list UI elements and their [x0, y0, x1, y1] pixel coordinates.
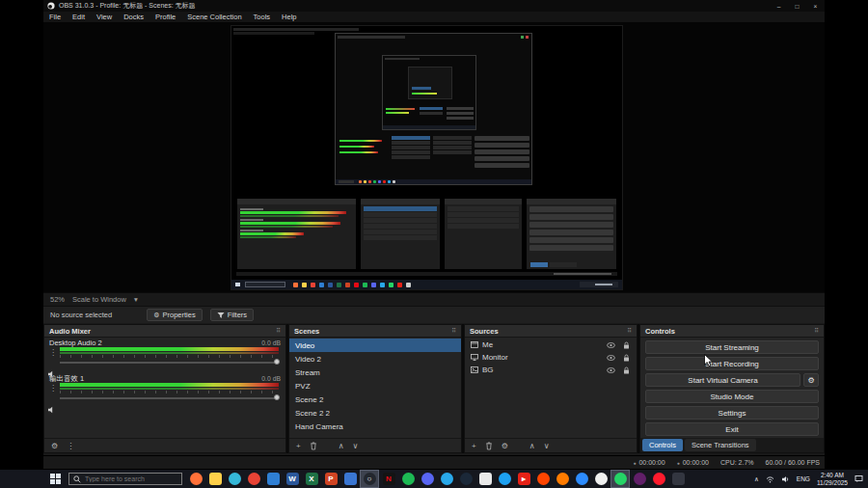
mixer-settings-icon[interactable]: ⚙: [51, 442, 58, 450]
remove-scene-icon[interactable]: [310, 442, 317, 450]
move-scene-down-icon[interactable]: ∨: [353, 442, 359, 450]
taskbar-app-file-explorer-icon[interactable]: [205, 470, 225, 488]
studio-mode-button[interactable]: Studio Mode: [645, 390, 819, 403]
dock-handle-icon[interactable]: ⠿: [814, 327, 819, 335]
exit-button[interactable]: Exit: [645, 422, 819, 436]
start-streaming-button[interactable]: Start Streaming: [645, 340, 819, 354]
source-properties-icon[interactable]: ⚙: [502, 442, 508, 450]
close-button[interactable]: ×: [806, 0, 825, 12]
volume-slider[interactable]: [60, 394, 279, 402]
clock[interactable]: 2:40 AM 11/29/2025: [817, 472, 848, 487]
taskbar-app-netflix-icon[interactable]: N: [379, 470, 398, 488]
taskbar-app-excel-icon[interactable]: X: [302, 470, 321, 488]
menu-scene-collection[interactable]: Scene Collection: [181, 12, 247, 22]
taskbar-app-spotify-icon[interactable]: [398, 470, 418, 488]
visibility-eye-icon[interactable]: [607, 355, 615, 361]
taskbar-app-edge-icon[interactable]: [225, 470, 244, 488]
scene-item[interactable]: Video 2: [289, 352, 461, 366]
menu-edit[interactable]: Edit: [67, 12, 91, 22]
settings-button[interactable]: Settings: [645, 406, 819, 420]
start-button[interactable]: [44, 470, 66, 488]
lock-icon[interactable]: [622, 366, 631, 374]
visibility-eye-icon[interactable]: [607, 342, 615, 348]
source-item[interactable]: BG: [465, 364, 637, 376]
tray-chevron-icon[interactable]: ∧: [754, 475, 759, 483]
volume-slider-handle[interactable]: [274, 359, 280, 365]
taskbar-app-obs-icon[interactable]: ○: [360, 470, 379, 488]
wifi-icon[interactable]: [766, 475, 774, 483]
volume-slider[interactable]: [60, 359, 279, 366]
menu-tools[interactable]: Tools: [248, 12, 277, 22]
taskbar-app-youtube-icon[interactable]: ▸: [514, 470, 533, 488]
lock-icon[interactable]: [622, 341, 631, 349]
start-recording-button[interactable]: Start Recording: [645, 357, 819, 370]
taskbar-search[interactable]: [68, 473, 182, 485]
scene-item[interactable]: Video: [289, 339, 461, 352]
taskbar-app-twitter-icon[interactable]: [495, 470, 514, 488]
maximize-button[interactable]: □: [788, 0, 806, 12]
remove-source-icon[interactable]: [485, 442, 493, 450]
minimize-button[interactable]: –: [770, 0, 788, 12]
move-source-up-icon[interactable]: ∧: [529, 442, 535, 450]
source-item[interactable]: Me: [465, 339, 637, 351]
taskbar-app-steam-icon[interactable]: [456, 470, 475, 488]
taskbar-app-chrome-icon[interactable]: [244, 470, 263, 488]
taskbar-app-reddit-icon[interactable]: [533, 470, 553, 488]
scene-item[interactable]: Hand Camera: [289, 420, 461, 433]
preview-display-capture[interactable]: [231, 26, 622, 289]
scene-item[interactable]: Scene 2 2: [289, 406, 461, 420]
taskbar-app-notepad-icon[interactable]: [475, 470, 495, 488]
taskbar-app-word-icon[interactable]: W: [283, 470, 302, 488]
preview-zoom-row: 52% Scale to Window ▾: [43, 292, 825, 306]
lock-icon[interactable]: [622, 354, 631, 362]
taskbar-app-powerpoint-icon[interactable]: P: [321, 470, 340, 488]
taskbar-app-zoom-icon[interactable]: [572, 470, 591, 488]
taskbar-app-opera-icon[interactable]: [649, 470, 668, 488]
scene-item[interactable]: Stream: [289, 366, 461, 379]
action-center-icon[interactable]: [854, 474, 863, 483]
taskbar-app-github-icon[interactable]: [591, 470, 610, 488]
start-virtual-camera-button[interactable]: Start Virtual Camera: [645, 373, 800, 387]
menu-docks[interactable]: Docks: [118, 12, 149, 22]
source-item[interactable]: Monitor: [465, 351, 637, 364]
speaker-icon[interactable]: [47, 400, 56, 418]
taskbar-app-photos-icon[interactable]: [340, 470, 360, 488]
language-indicator[interactable]: ENG: [797, 475, 810, 482]
dock-handle-icon[interactable]: ⠿: [627, 327, 632, 335]
menu-file[interactable]: File: [43, 12, 67, 22]
taskbar-app-firefox-icon[interactable]: [186, 470, 205, 488]
volume-icon[interactable]: [781, 475, 790, 483]
add-source-icon[interactable]: +: [472, 442, 476, 450]
tab-controls[interactable]: Controls: [642, 439, 683, 451]
channel-menu-icon[interactable]: ⋮: [49, 350, 57, 356]
dock-handle-icon[interactable]: ⠿: [451, 327, 456, 335]
mixer-menu-icon[interactable]: ⋮: [67, 442, 74, 450]
virtual-camera-settings-button[interactable]: ⚙: [803, 373, 819, 387]
taskbar-app-epic-icon[interactable]: [668, 470, 688, 488]
filters-button[interactable]: Filters: [210, 309, 254, 321]
scene-item[interactable]: Scene 2: [289, 393, 461, 406]
taskbar-app-slack-icon[interactable]: [630, 470, 649, 488]
menu-view[interactable]: View: [91, 12, 118, 22]
properties-label: Properties: [162, 311, 195, 319]
taskbar-app-vlc-icon[interactable]: [553, 470, 572, 488]
scene-item[interactable]: PVZ: [289, 379, 461, 393]
taskbar-app-whatsapp-icon[interactable]: [610, 470, 630, 488]
chevron-down-icon[interactable]: ▾: [134, 295, 138, 304]
taskbar-app-discord-icon[interactable]: [418, 470, 437, 488]
taskbar-app-vscode-icon[interactable]: [263, 470, 283, 488]
tab-scene-transitions[interactable]: Scene Transitions: [685, 439, 756, 451]
taskbar-app-telegram-icon[interactable]: [437, 470, 456, 488]
move-source-down-icon[interactable]: ∨: [544, 442, 550, 450]
search-input[interactable]: [85, 475, 177, 482]
add-scene-icon[interactable]: +: [296, 442, 301, 450]
channel-menu-icon[interactable]: ⋮: [49, 386, 57, 392]
properties-button[interactable]: ⚙ Properties: [147, 309, 202, 321]
scale-mode-select[interactable]: Scale to Window: [72, 295, 126, 304]
dock-handle-icon[interactable]: ⠿: [276, 327, 281, 335]
volume-slider-handle[interactable]: [274, 394, 280, 400]
move-scene-up-icon[interactable]: ∧: [339, 442, 344, 450]
menu-help[interactable]: Help: [276, 12, 302, 22]
menu-profile[interactable]: Profile: [149, 12, 181, 22]
visibility-eye-icon[interactable]: [607, 367, 615, 373]
